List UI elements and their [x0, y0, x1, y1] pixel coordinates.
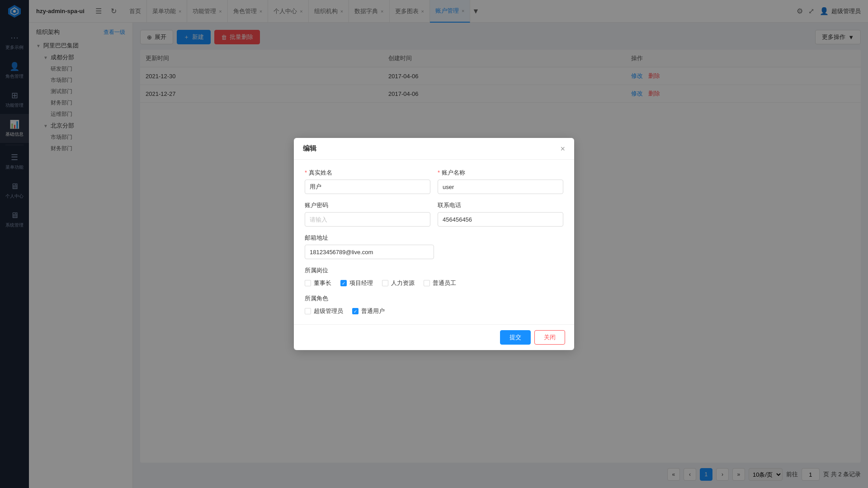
roles-section: 所属角色 超级管理员 ✓ 普通用户	[305, 294, 563, 315]
pos-chairman[interactable]: 董事长	[305, 279, 331, 287]
positions-label: 所属岗位	[305, 266, 563, 275]
email-input[interactable]	[305, 245, 434, 259]
password-label: 账户密码	[305, 201, 430, 209]
role-superadmin-box	[305, 308, 311, 314]
phone-input[interactable]	[438, 212, 563, 227]
roles-group: 超级管理员 ✓ 普通用户	[305, 307, 563, 315]
form-item-phone: 联系电话	[438, 201, 563, 227]
real-name-input[interactable]	[305, 180, 430, 194]
real-name-label: 真实姓名	[305, 169, 430, 177]
edit-modal: 编辑 × 真实姓名 账户名称 账户密码	[294, 138, 574, 350]
modal-close-button[interactable]: ×	[560, 145, 565, 153]
pos-chairman-label: 董事长	[314, 279, 331, 287]
modal-overlay: 编辑 × 真实姓名 账户名称 账户密码	[0, 0, 868, 488]
email-label: 邮箱地址	[305, 234, 563, 242]
pos-pm-label: 项目经理	[349, 279, 373, 287]
phone-label: 联系电话	[438, 201, 563, 209]
submit-button[interactable]: 提交	[500, 330, 531, 345]
role-normal-label: 普通用户	[361, 307, 385, 315]
modal-footer: 提交 关闭	[294, 324, 574, 350]
pos-staff-label: 普通员工	[433, 279, 456, 287]
role-superadmin-label: 超级管理员	[314, 307, 343, 315]
password-input[interactable]	[305, 212, 430, 227]
pos-hr-box	[382, 280, 388, 286]
positions-section: 所属岗位 董事长 ✓ 项目经理 人力资源	[305, 266, 563, 287]
role-normal[interactable]: ✓ 普通用户	[352, 307, 385, 315]
account-input[interactable]	[438, 180, 563, 194]
positions-group: 董事长 ✓ 项目经理 人力资源 普通员工	[305, 279, 563, 287]
pos-staff-box	[424, 280, 430, 286]
pos-staff[interactable]: 普通员工	[424, 279, 456, 287]
form-row-2: 账户密码 联系电话	[305, 201, 563, 227]
modal-header: 编辑 ×	[294, 138, 574, 160]
form-row-1: 真实姓名 账户名称	[305, 169, 563, 194]
form-item-account: 账户名称	[438, 169, 563, 194]
pos-hr[interactable]: 人力资源	[382, 279, 415, 287]
roles-label: 所属角色	[305, 294, 563, 303]
role-normal-box: ✓	[352, 308, 359, 314]
pos-chairman-box	[305, 280, 311, 286]
form-item-email: 邮箱地址	[305, 234, 563, 259]
modal-title: 编辑	[303, 144, 316, 153]
role-normal-check: ✓	[354, 309, 357, 314]
pos-pm-box: ✓	[340, 280, 347, 286]
pos-hr-label: 人力资源	[391, 279, 415, 287]
pos-pm-check: ✓	[342, 281, 345, 286]
account-label: 账户名称	[438, 169, 563, 177]
role-superadmin[interactable]: 超级管理员	[305, 307, 343, 315]
cancel-button[interactable]: 关闭	[534, 330, 565, 345]
pos-pm[interactable]: ✓ 项目经理	[340, 279, 373, 287]
modal-body: 真实姓名 账户名称 账户密码 联系电话	[294, 160, 574, 324]
form-item-real-name: 真实姓名	[305, 169, 430, 194]
form-item-password: 账户密码	[305, 201, 430, 227]
form-row-3: 邮箱地址	[305, 234, 563, 259]
